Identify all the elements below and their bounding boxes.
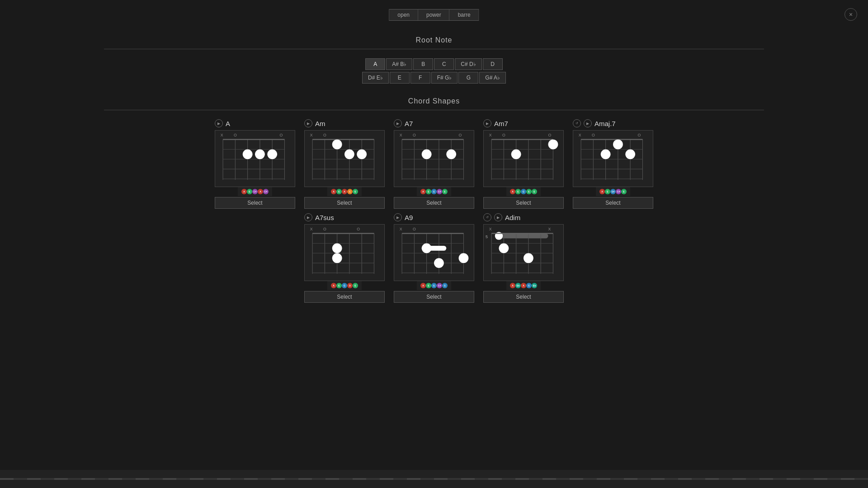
play-Amaj7[interactable]: ▶ [584, 119, 592, 127]
chord-name-A7: A7 [405, 120, 413, 127]
note-G[interactable]: G [458, 72, 478, 84]
play-A7sus[interactable]: ▶ [304, 213, 312, 221]
chord-header-A7sus: ▶ A7sus [304, 213, 385, 221]
fretboard-A7: X O O [394, 130, 474, 187]
dot-Am4: C [347, 189, 353, 194]
dot-A74: C# [437, 189, 442, 194]
chord-header-A: ▶ A [215, 119, 295, 127]
select-Am[interactable]: Select [304, 197, 385, 209]
svg-text:O: O [234, 133, 237, 137]
play-A[interactable]: ▶ [215, 119, 223, 127]
svg-point-15 [255, 149, 265, 159]
note-row-1: A A# B♭ B C C# D♭ D [365, 58, 502, 70]
note-GsAb[interactable]: G# A♭ [479, 72, 506, 84]
dot-A75: E [442, 189, 448, 194]
dot-Adim5: Eb [532, 283, 537, 288]
svg-point-31 [344, 149, 354, 159]
note-F[interactable]: F [410, 72, 430, 84]
chord-name-A7sus: A7sus [315, 214, 334, 221]
dot-Am71: A [510, 189, 515, 194]
select-A7[interactable]: Select [394, 197, 474, 209]
note-FsGb[interactable]: F# G♭ [431, 72, 458, 84]
power-button[interactable]: power [418, 9, 450, 20]
chord-name-Adim: Adim [505, 214, 520, 221]
string-dots-Adim: A Eb A G Eb [506, 281, 541, 290]
chord-type-selector: open power barre [389, 9, 479, 21]
dot-A7sus4: D [347, 283, 353, 288]
note-B[interactable]: B [413, 58, 433, 70]
chord-shapes-title: Chord Shapes [104, 97, 764, 105]
svg-text:X: X [400, 133, 402, 137]
svg-text:O: O [502, 133, 505, 137]
bottom-scroll-bar[interactable] [0, 470, 868, 488]
dot-A7sus1: A [331, 283, 336, 288]
chords-row-2: ▶ A7sus X O O [104, 213, 764, 303]
svg-text:O: O [280, 133, 283, 137]
note-CsDb[interactable]: C# D♭ [455, 58, 481, 70]
svg-text:X: X [310, 227, 313, 231]
note-DsEb[interactable]: D# E♭ [362, 72, 389, 84]
svg-point-97 [332, 253, 342, 263]
play-Am7[interactable]: ▶ [483, 119, 491, 127]
chord-header-Am7: ▶ Am7 [483, 119, 564, 127]
select-A[interactable]: Select [215, 197, 295, 209]
chord-name-Am7: Am7 [494, 120, 508, 127]
note-AsBb[interactable]: A# B♭ [386, 58, 412, 70]
svg-text:O: O [413, 133, 416, 137]
svg-rect-112 [422, 246, 447, 251]
note-D[interactable]: D [483, 58, 503, 70]
svg-point-131 [524, 253, 533, 263]
svg-point-47 [422, 149, 432, 159]
play-Am[interactable]: ▶ [304, 119, 312, 127]
dot-Am73: G [521, 189, 526, 194]
svg-text:O: O [323, 133, 326, 137]
barre-button[interactable]: barre [450, 9, 479, 20]
dot-cs2: C# [263, 189, 269, 194]
root-note-title: Root Note [104, 36, 764, 44]
select-Adim[interactable]: Select [483, 291, 564, 303]
svg-point-16 [267, 149, 277, 159]
dot-Amaj73: G# [610, 189, 616, 194]
alt-Amaj7[interactable]: ↺ [573, 119, 581, 127]
note-A[interactable]: A [365, 58, 385, 70]
dot-A7sus2: E [336, 283, 342, 288]
note-row-2: D# E♭ E F F# G♭ G G# A♭ [362, 72, 506, 84]
select-Am7[interactable]: Select [483, 197, 564, 209]
open-button[interactable]: open [389, 9, 418, 20]
play-A9[interactable]: ▶ [394, 213, 402, 221]
note-C[interactable]: C [434, 58, 454, 70]
chord-shapes-section: Chord Shapes ▶ A X O O [104, 97, 764, 303]
dot-A72: E [426, 189, 431, 194]
dot-Am74: E [526, 189, 532, 194]
dot-cs1: C# [252, 189, 258, 194]
play-Adim[interactable]: ▶ [494, 213, 502, 221]
svg-text:X: X [221, 133, 223, 137]
note-E[interactable]: E [390, 72, 410, 84]
fretboard-Adim: 5 X X [483, 224, 564, 281]
dot-Am75: E [532, 189, 537, 194]
svg-text:O: O [323, 227, 326, 231]
fretboard-Am7: X O O [483, 130, 564, 187]
svg-text:X: X [579, 133, 581, 137]
chord-card-A: ▶ A X O O [215, 119, 295, 209]
svg-point-114 [434, 258, 444, 268]
alt-Adim[interactable]: ↺ [483, 213, 491, 221]
chord-card-A7: ▶ A7 X O O [394, 119, 474, 209]
dot-Amaj75: E [621, 189, 627, 194]
svg-text:O: O [638, 133, 641, 137]
dot-A92: E [426, 283, 431, 288]
select-A7sus[interactable]: Select [304, 291, 385, 303]
select-Amaj7[interactable]: Select [573, 197, 653, 209]
dot-A7sus3: G [342, 283, 347, 288]
dot-Am5: E [353, 189, 358, 194]
select-A9[interactable]: Select [394, 291, 474, 303]
play-A7[interactable]: ▶ [394, 119, 402, 127]
note-grid: A A# B♭ B C C# D♭ D D# E♭ E F F# G♭ G G#… [104, 58, 764, 84]
svg-point-96 [332, 243, 342, 253]
main-content: Root Note A A# B♭ B C C# D♭ D D# E♭ E F … [104, 36, 764, 303]
string-dots-Am7: A E G E E [506, 187, 541, 196]
chord-name-Am: Am [315, 120, 326, 127]
close-button[interactable]: × [844, 8, 857, 21]
chord-name-Amaj7: Amaj.7 [594, 120, 616, 127]
svg-text:O: O [357, 227, 360, 231]
